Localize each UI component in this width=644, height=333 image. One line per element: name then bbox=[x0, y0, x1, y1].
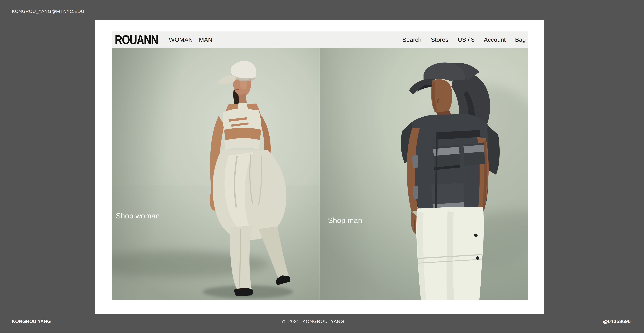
hero-split: Shop woman bbox=[112, 48, 528, 300]
nav-item-bag[interactable]: Bag bbox=[515, 36, 526, 43]
shop-man-link[interactable]: Shop man bbox=[328, 216, 362, 225]
hero-panel-shop-man[interactable]: Shop man bbox=[320, 48, 528, 300]
copyright-text: © 2021 KONGROU YANG bbox=[282, 319, 344, 324]
woman-figure-illustration bbox=[112, 48, 320, 300]
website-mockup-card: ROUANN WOMAN MAN Search Stores US / $ Ac… bbox=[95, 20, 544, 314]
brand-logo[interactable]: ROUANN bbox=[115, 33, 158, 46]
presenter-email: KONGROU_YANG@FITNYC.EDU bbox=[12, 9, 84, 14]
nav-item-account[interactable]: Account bbox=[484, 36, 506, 43]
nav-item-currency[interactable]: US / $ bbox=[458, 36, 474, 43]
nav-item-search[interactable]: Search bbox=[402, 36, 422, 43]
site-header: ROUANN WOMAN MAN Search Stores US / $ Ac… bbox=[112, 32, 528, 48]
nav-item-woman[interactable]: WOMAN bbox=[169, 36, 193, 43]
nav-item-stores[interactable]: Stores bbox=[431, 36, 448, 43]
student-id: @01353690 bbox=[603, 318, 630, 324]
man-figure-illustration bbox=[320, 48, 528, 300]
shop-woman-link[interactable]: Shop woman bbox=[116, 211, 160, 220]
primary-nav: WOMAN MAN bbox=[169, 36, 212, 43]
utility-nav: Search Stores US / $ Account Bag bbox=[402, 36, 528, 43]
hero-panel-shop-woman[interactable]: Shop woman bbox=[112, 48, 320, 300]
nav-item-man[interactable]: MAN bbox=[199, 36, 212, 43]
presenter-name: KONGROU YANG bbox=[12, 318, 51, 324]
